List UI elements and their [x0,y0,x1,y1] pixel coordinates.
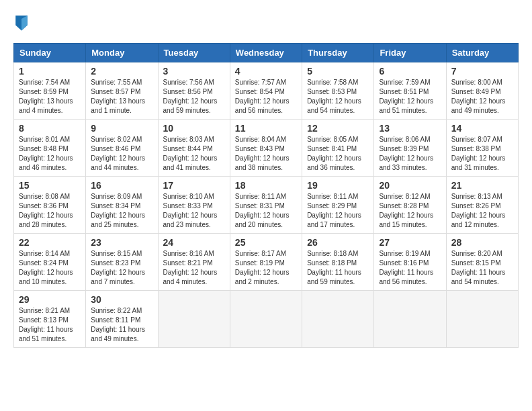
col-header-sunday: Sunday [14,44,86,62]
day-cell-8: 8Sunrise: 8:01 AMSunset: 8:48 PMDaylight… [14,120,86,177]
day-info: Sunrise: 8:09 AMSunset: 8:34 PMDaylight:… [91,192,152,230]
day-cell-27: 27Sunrise: 8:19 AMSunset: 8:16 PMDayligh… [374,234,446,291]
day-number: 19 [307,180,369,191]
day-number: 10 [163,123,225,134]
day-number: 18 [235,180,297,191]
day-info: Sunrise: 8:17 AMSunset: 8:19 PMDaylight:… [235,249,297,287]
day-cell-18: 18Sunrise: 8:11 AMSunset: 8:31 PMDayligh… [230,177,302,234]
day-cell-9: 9Sunrise: 8:02 AMSunset: 8:46 PMDaylight… [86,120,158,177]
day-info: Sunrise: 7:56 AMSunset: 8:56 PMDaylight:… [163,78,225,116]
day-info: Sunrise: 8:14 AMSunset: 8:24 PMDaylight:… [19,249,81,287]
day-number: 9 [91,123,152,134]
day-cell-29: 29Sunrise: 8:21 AMSunset: 8:13 PMDayligh… [14,291,86,348]
day-cell-2: 2Sunrise: 7:55 AMSunset: 8:57 PMDaylight… [86,62,158,120]
day-info: Sunrise: 8:15 AMSunset: 8:23 PMDaylight:… [91,249,152,287]
day-cell-19: 19Sunrise: 8:11 AMSunset: 8:29 PMDayligh… [302,177,374,234]
day-info: Sunrise: 8:03 AMSunset: 8:44 PMDaylight:… [163,135,225,173]
day-cell-5: 5Sunrise: 7:58 AMSunset: 8:53 PMDaylight… [302,62,374,120]
day-number: 30 [91,294,152,305]
day-number: 8 [19,123,81,134]
empty-cell [230,291,302,348]
empty-cell [374,291,446,348]
day-number: 12 [307,123,369,134]
col-header-friday: Friday [374,44,446,62]
logo-icon [13,13,30,32]
day-number: 14 [451,123,513,134]
day-number: 29 [19,294,81,305]
empty-cell [158,291,230,348]
day-info: Sunrise: 8:13 AMSunset: 8:26 PMDaylight:… [451,192,513,230]
day-cell-25: 25Sunrise: 8:17 AMSunset: 8:19 PMDayligh… [230,234,302,291]
day-number: 28 [451,237,513,248]
day-cell-3: 3Sunrise: 7:56 AMSunset: 8:56 PMDaylight… [158,62,230,120]
day-info: Sunrise: 8:02 AMSunset: 8:46 PMDaylight:… [91,135,152,173]
calendar-table: SundayMondayTuesdayWednesdayThursdayFrid… [13,43,519,348]
day-info: Sunrise: 8:05 AMSunset: 8:41 PMDaylight:… [307,135,369,173]
day-number: 27 [379,237,441,248]
day-cell-10: 10Sunrise: 8:03 AMSunset: 8:44 PMDayligh… [158,120,230,177]
day-cell-28: 28Sunrise: 8:20 AMSunset: 8:15 PMDayligh… [446,234,518,291]
day-info: Sunrise: 8:20 AMSunset: 8:15 PMDaylight:… [451,249,513,287]
empty-cell [446,291,518,348]
day-number: 2 [91,66,152,77]
day-number: 22 [19,237,81,248]
day-number: 13 [379,123,441,134]
week-row-3: 15Sunrise: 8:08 AMSunset: 8:36 PMDayligh… [14,177,519,234]
col-header-monday: Monday [86,44,158,62]
day-number: 4 [235,66,297,77]
day-info: Sunrise: 8:11 AMSunset: 8:29 PMDaylight:… [307,192,369,230]
day-cell-17: 17Sunrise: 8:10 AMSunset: 8:33 PMDayligh… [158,177,230,234]
day-cell-14: 14Sunrise: 8:07 AMSunset: 8:38 PMDayligh… [446,120,518,177]
day-cell-22: 22Sunrise: 8:14 AMSunset: 8:24 PMDayligh… [14,234,86,291]
day-number: 25 [235,237,297,248]
day-info: Sunrise: 8:22 AMSunset: 8:11 PMDaylight:… [91,306,152,344]
page-header [13,13,519,32]
day-info: Sunrise: 7:54 AMSunset: 8:59 PMDaylight:… [19,78,81,116]
day-number: 1 [19,66,81,77]
day-info: Sunrise: 8:12 AMSunset: 8:28 PMDaylight:… [379,192,441,230]
day-number: 26 [307,237,369,248]
day-number: 6 [379,66,441,77]
day-cell-15: 15Sunrise: 8:08 AMSunset: 8:36 PMDayligh… [14,177,86,234]
day-info: Sunrise: 7:58 AMSunset: 8:53 PMDaylight:… [307,78,369,116]
week-row-5: 29Sunrise: 8:21 AMSunset: 8:13 PMDayligh… [14,291,519,348]
week-row-4: 22Sunrise: 8:14 AMSunset: 8:24 PMDayligh… [14,234,519,291]
col-header-wednesday: Wednesday [230,44,302,62]
day-info: Sunrise: 7:57 AMSunset: 8:54 PMDaylight:… [235,78,297,116]
day-number: 16 [91,180,152,191]
day-cell-1: 1Sunrise: 7:54 AMSunset: 8:59 PMDaylight… [14,62,86,120]
day-number: 17 [163,180,225,191]
day-cell-24: 24Sunrise: 8:16 AMSunset: 8:21 PMDayligh… [158,234,230,291]
day-number: 11 [235,123,297,134]
day-info: Sunrise: 8:07 AMSunset: 8:38 PMDaylight:… [451,135,513,173]
col-header-saturday: Saturday [446,44,518,62]
week-row-2: 8Sunrise: 8:01 AMSunset: 8:48 PMDaylight… [14,120,519,177]
day-cell-13: 13Sunrise: 8:06 AMSunset: 8:39 PMDayligh… [374,120,446,177]
day-number: 21 [451,180,513,191]
empty-cell [302,291,374,348]
day-cell-6: 6Sunrise: 7:59 AMSunset: 8:51 PMDaylight… [374,62,446,120]
day-info: Sunrise: 8:10 AMSunset: 8:33 PMDaylight:… [163,192,225,230]
day-number: 23 [91,237,152,248]
day-cell-4: 4Sunrise: 7:57 AMSunset: 8:54 PMDaylight… [230,62,302,120]
day-info: Sunrise: 8:00 AMSunset: 8:49 PMDaylight:… [451,78,513,116]
day-info: Sunrise: 7:59 AMSunset: 8:51 PMDaylight:… [379,78,441,116]
day-cell-12: 12Sunrise: 8:05 AMSunset: 8:41 PMDayligh… [302,120,374,177]
col-header-tuesday: Tuesday [158,44,230,62]
day-info: Sunrise: 8:19 AMSunset: 8:16 PMDaylight:… [379,249,441,287]
day-number: 24 [163,237,225,248]
day-cell-26: 26Sunrise: 8:18 AMSunset: 8:18 PMDayligh… [302,234,374,291]
calendar-header-row: SundayMondayTuesdayWednesdayThursdayFrid… [14,44,519,62]
day-cell-16: 16Sunrise: 8:09 AMSunset: 8:34 PMDayligh… [86,177,158,234]
day-info: Sunrise: 8:11 AMSunset: 8:31 PMDaylight:… [235,192,297,230]
day-number: 7 [451,66,513,77]
col-header-thursday: Thursday [302,44,374,62]
day-cell-11: 11Sunrise: 8:04 AMSunset: 8:43 PMDayligh… [230,120,302,177]
day-cell-7: 7Sunrise: 8:00 AMSunset: 8:49 PMDaylight… [446,62,518,120]
day-info: Sunrise: 8:08 AMSunset: 8:36 PMDaylight:… [19,192,81,230]
day-number: 5 [307,66,369,77]
day-number: 3 [163,66,225,77]
day-number: 15 [19,180,81,191]
day-cell-21: 21Sunrise: 8:13 AMSunset: 8:26 PMDayligh… [446,177,518,234]
day-info: Sunrise: 8:06 AMSunset: 8:39 PMDaylight:… [379,135,441,173]
